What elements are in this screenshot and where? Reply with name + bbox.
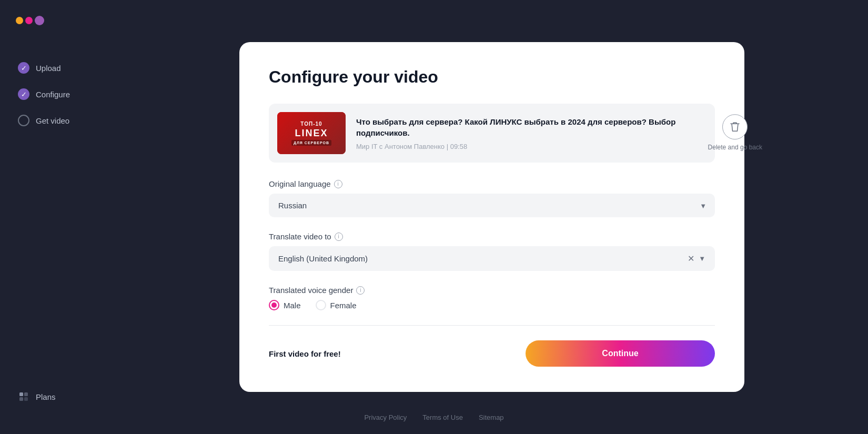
radio-male-outer bbox=[269, 300, 279, 310]
radio-female-label: Female bbox=[330, 301, 357, 310]
sidebar-item-plans[interactable]: Plans bbox=[11, 386, 105, 408]
free-label: First video for free! bbox=[269, 349, 341, 358]
voice-gender-field: Translated voice gender i Male Female bbox=[269, 286, 715, 310]
video-info: Что выбрать для сервера? Какой ЛИНУКС вы… bbox=[346, 116, 706, 150]
translate-to-clear-icon[interactable]: ✕ bbox=[688, 254, 694, 264]
footer-links: Privacy Policy Terms of Use Sitemap bbox=[364, 413, 503, 421]
svg-rect-1 bbox=[24, 392, 28, 396]
voice-gender-label: Translated voice gender i bbox=[269, 286, 715, 295]
original-language-field: Original language i Russian English Span… bbox=[269, 179, 715, 217]
sidebar-item-get-video-label: Get video bbox=[36, 116, 69, 125]
get-video-circle-icon bbox=[18, 115, 29, 126]
original-language-info-icon[interactable]: i bbox=[334, 180, 342, 188]
delete-label: Delete and go back bbox=[708, 144, 762, 152]
sitemap-link[interactable]: Sitemap bbox=[479, 413, 504, 421]
card-footer: First video for free! Continue bbox=[269, 340, 715, 367]
voice-gender-info-icon[interactable]: i bbox=[356, 286, 365, 295]
plans-icon bbox=[18, 391, 29, 402]
sidebar-item-plans-label: Plans bbox=[36, 392, 56, 401]
logo bbox=[11, 16, 105, 25]
translate-to-select[interactable]: English (United Kingdom) ✕ ▼ bbox=[269, 246, 715, 271]
configure-check-icon: ✓ bbox=[18, 88, 29, 100]
terms-of-use-link[interactable]: Terms of Use bbox=[422, 413, 463, 421]
privacy-policy-link[interactable]: Privacy Policy bbox=[364, 413, 407, 421]
original-language-label: Original language i bbox=[269, 179, 715, 188]
video-title: Что выбрать для сервера? Какой ЛИНУКС вы… bbox=[356, 116, 706, 138]
video-thumbnail: ТОП-10 LINEX ДЛЯ СЕРВЕРОВ bbox=[277, 112, 346, 154]
sidebar: ✓ Upload ✓ Configure Get video bbox=[0, 0, 116, 434]
voice-gender-radio-group: Male Female bbox=[269, 300, 715, 310]
logo-dot-pink bbox=[25, 17, 33, 24]
original-language-select-wrapper: Russian English Spanish French German ▼ bbox=[269, 194, 715, 217]
translate-to-field: Translate video to i English (United Kin… bbox=[269, 232, 715, 271]
svg-rect-3 bbox=[24, 397, 28, 401]
sidebar-item-configure[interactable]: ✓ Configure bbox=[11, 83, 105, 105]
radio-female-outer bbox=[316, 300, 326, 310]
thumbnail-line2: LINEX bbox=[291, 128, 331, 139]
original-language-select[interactable]: Russian English Spanish French German bbox=[269, 194, 715, 217]
radio-male-label: Male bbox=[284, 301, 301, 310]
configure-card: Configure your video ТОП-10 LINEX ДЛЯ СЕ… bbox=[239, 42, 744, 392]
sidebar-item-configure-label: Configure bbox=[36, 90, 70, 99]
translate-to-chevron-icon: ▼ bbox=[699, 255, 705, 263]
card-title: Configure your video bbox=[269, 67, 715, 87]
sidebar-item-get-video[interactable]: Get video bbox=[11, 109, 105, 132]
radio-male-inner bbox=[271, 302, 277, 308]
radio-male[interactable]: Male bbox=[269, 300, 301, 310]
translate-to-label: Translate video to i bbox=[269, 232, 715, 241]
divider bbox=[269, 325, 715, 326]
svg-rect-2 bbox=[19, 397, 23, 401]
main-content: Configure your video ТОП-10 LINEX ДЛЯ СЕ… bbox=[116, 0, 868, 434]
translate-to-info-icon[interactable]: i bbox=[335, 233, 343, 241]
video-preview: ТОП-10 LINEX ДЛЯ СЕРВЕРОВ Что выбрать дл… bbox=[269, 104, 715, 163]
svg-rect-0 bbox=[19, 392, 23, 396]
delete-and-go-back-button[interactable]: Delete and go back bbox=[708, 114, 762, 152]
radio-female[interactable]: Female bbox=[316, 300, 357, 310]
continue-button[interactable]: Continue bbox=[526, 340, 715, 367]
translate-to-value: English (United Kingdom) bbox=[278, 254, 688, 263]
upload-check-icon: ✓ bbox=[18, 62, 29, 74]
thumbnail-line3: ДЛЯ СЕРВЕРОВ bbox=[291, 140, 331, 146]
logo-dot-purple bbox=[35, 16, 44, 25]
nav-items: ✓ Upload ✓ Configure Get video bbox=[11, 57, 105, 418]
thumbnail-text: ТОП-10 LINEX ДЛЯ СЕРВЕРОВ bbox=[291, 121, 331, 146]
sidebar-item-upload-label: Upload bbox=[36, 64, 61, 73]
logo-dot-orange bbox=[16, 17, 23, 24]
sidebar-item-upload[interactable]: ✓ Upload bbox=[11, 57, 105, 79]
logo-dots bbox=[16, 16, 44, 25]
video-meta: Мир IT с Антоном Павленко | 09:58 bbox=[356, 143, 706, 150]
trash-icon bbox=[722, 114, 748, 139]
thumbnail-line1: ТОП-10 bbox=[291, 121, 331, 127]
